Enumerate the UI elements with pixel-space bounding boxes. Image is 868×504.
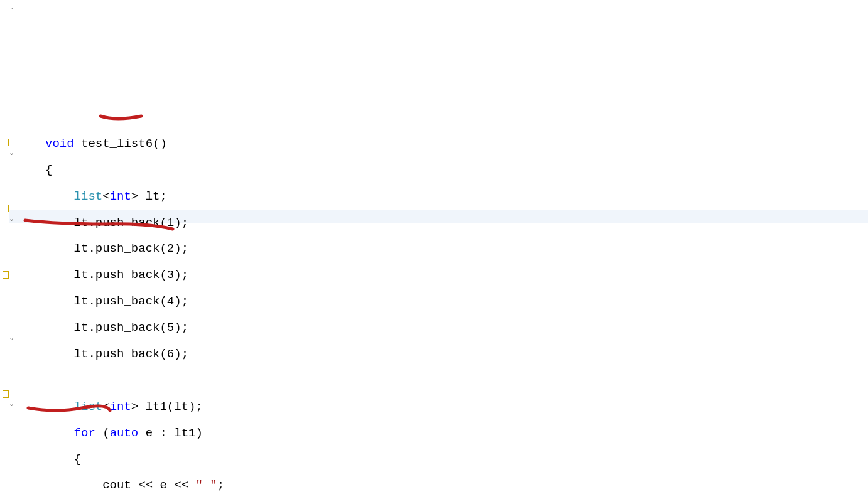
- code-line: void test_list6(): [45, 137, 868, 151]
- code-line: lt.push_back(3);: [45, 269, 868, 282]
- code-line: lt.push_back(6);: [45, 348, 868, 361]
- gutter-marker[interactable]: [3, 139, 9, 146]
- fold-arrow-icon[interactable]: [9, 219, 14, 228]
- fold-arrow-icon[interactable]: [9, 404, 14, 414]
- gutter-marker[interactable]: [3, 205, 9, 212]
- gutter-marker[interactable]: [3, 390, 9, 398]
- gutter-marker[interactable]: [3, 271, 9, 279]
- code-line: list<int> lt;: [45, 190, 868, 203]
- code-line: {: [45, 164, 868, 177]
- annotation-lt: [97, 107, 166, 122]
- code-line: lt.push_back(1);: [45, 217, 868, 230]
- code-line: lt.push_back(4);: [45, 295, 868, 308]
- fold-arrow-icon[interactable]: [9, 153, 14, 163]
- code-line: [45, 374, 868, 387]
- code-area: void test_list6() { list<int> lt; lt.pus…: [0, 78, 868, 504]
- fold-arrow-icon[interactable]: [9, 8, 14, 17]
- fold-arrow-icon[interactable]: [9, 338, 14, 348]
- code-line: lt.push_back(5);: [45, 321, 868, 335]
- code-line: {: [45, 453, 868, 466]
- keyword-void: void: [45, 137, 74, 151]
- code-line: lt.push_back(2);: [45, 242, 868, 255]
- code-line: cout << e << " ";: [45, 479, 868, 492]
- code-line: list<int> lt1(lt);: [45, 400, 868, 414]
- code-line: for (auto e : lt1): [45, 427, 868, 440]
